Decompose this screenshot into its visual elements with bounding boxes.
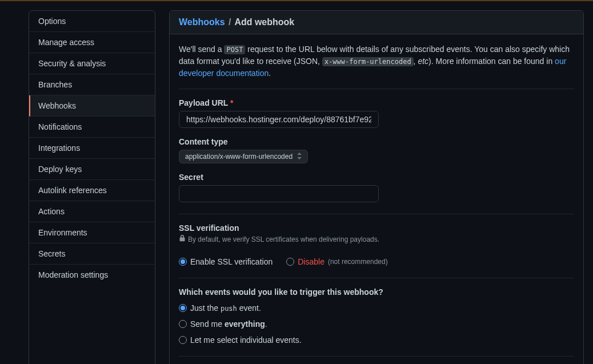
post-code: POST [224,45,245,54]
sidebar-item-branches[interactable]: Branches [29,74,155,95]
ssl-disable-label: Disable [298,257,324,266]
events-individual-label: Let me select individual events. [190,335,302,345]
radio-icon [179,304,187,312]
secret-input[interactable] [179,185,379,202]
sidebar-item-notifications[interactable]: Notifications [29,117,155,138]
sidebar-item-label: Secrets [38,249,65,258]
sidebar-item-label: Manage access [38,38,94,47]
sidebar-item-label: Notifications [38,122,82,131]
sidebar-item-moderation-settings[interactable]: Moderation settings [29,265,155,285]
events-everything-option[interactable]: Send me everything. [179,319,574,329]
lock-icon [179,235,186,243]
sidebar-item-integrations[interactable]: Integrations [29,138,155,159]
ssl-disable-option[interactable]: Disable (not recommended) [286,257,387,266]
radio-icon [286,258,294,266]
ssl-disable-hint: (not recommended) [328,258,388,266]
required-mark: * [230,98,233,107]
breadcrumb: Webhooks / Add webhook [170,11,583,34]
sidebar-item-label: Integrations [38,143,80,153]
sidebar-item-label: Security & analysis [38,59,106,68]
intro-text: We'll send a POST request to the URL bel… [179,43,574,89]
sidebar-item-security-analysis[interactable]: Security & analysis [29,53,155,74]
events-just-push-option[interactable]: Just the push event. [179,303,574,313]
content-type-label: Content type [179,137,574,146]
radio-icon [179,336,187,344]
select-caret-icon [297,153,302,161]
breadcrumb-current: Add webhook [234,17,294,27]
sidebar-item-autolink-references[interactable]: Autolink references [29,180,155,201]
sidebar-item-manage-access[interactable]: Manage access [29,32,155,53]
sidebar-item-label: Deploy keys [38,165,82,174]
breadcrumb-separator: / [229,17,231,27]
sidebar-item-options[interactable]: Options [29,11,155,32]
ssl-verification-title: SSL verification [179,223,574,233]
sidebar-item-label: Environments [38,228,87,237]
events-individual-option[interactable]: Let me select individual events. [179,335,574,345]
payload-url-input[interactable] [179,111,379,128]
radio-icon [179,258,187,266]
breadcrumb-parent-link[interactable]: Webhooks [179,17,225,27]
sidebar-item-label: Moderation settings [38,270,108,279]
main-panel: Webhooks / Add webhook We'll send a POST… [169,10,584,364]
settings-sidebar: Options Manage access Security & analysi… [29,10,155,364]
sidebar-item-label: Webhooks [38,101,76,110]
sidebar-item-environments[interactable]: Environments [29,222,155,243]
sidebar-item-label: Branches [38,80,72,89]
sidebar-item-label: Autolink references [38,186,107,195]
sidebar-item-label: Actions [38,207,65,216]
content-type-value: application/x-www-form-urlencoded [185,153,293,161]
sidebar-item-label: Options [38,17,66,26]
payload-url-label: Payload URL * [179,98,574,107]
content-type-select[interactable]: application/x-www-form-urlencoded [179,150,308,163]
radio-icon [179,320,187,328]
sidebar-item-secrets[interactable]: Secrets [29,243,155,265]
events-title: Which events would you like to trigger t… [179,287,574,297]
ssl-help-text: By default, we verify SSL certificates w… [188,235,379,243]
sidebar-item-deploy-keys[interactable]: Deploy keys [29,159,155,180]
ssl-enable-label: Enable SSL verification [190,257,273,266]
sidebar-item-webhooks[interactable]: Webhooks [29,95,155,117]
secret-label: Secret [179,173,574,182]
sidebar-item-actions[interactable]: Actions [29,201,155,222]
ssl-enable-option[interactable]: Enable SSL verification [179,257,273,266]
push-code: push [221,305,237,313]
form-urlencoded-code: x-www-form-urlencoded [322,57,414,66]
